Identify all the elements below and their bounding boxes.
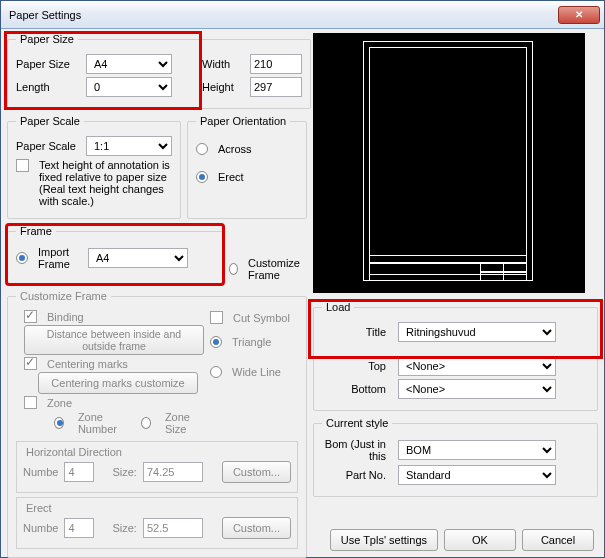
zone-checkbox[interactable]: [24, 396, 37, 409]
load-bottom-label: Bottom: [322, 383, 392, 395]
height-input[interactable]: [250, 77, 302, 97]
across-radio[interactable]: [196, 143, 208, 155]
window-title: Paper Settings: [9, 9, 81, 21]
centering-checkbox[interactable]: [24, 357, 37, 370]
ok-button[interactable]: OK: [444, 529, 516, 551]
paper-size-group: Paper Size Paper Size A4 Width Length 0 …: [7, 33, 311, 109]
cancel-button[interactable]: Cancel: [522, 529, 594, 551]
bom-select[interactable]: BOM: [398, 440, 556, 460]
edir-legend: Erect: [23, 502, 55, 514]
height-label: Height: [202, 81, 244, 93]
titlebar[interactable]: Paper Settings ✕: [1, 1, 604, 29]
preview-page-inner: [369, 47, 527, 275]
centering-label: Centering marks: [47, 358, 128, 370]
partno-select[interactable]: Standard: [398, 465, 556, 485]
h-size-input[interactable]: [143, 462, 203, 482]
current-style-legend: Current style: [322, 417, 392, 429]
load-top-label: Top: [322, 360, 392, 372]
orientation-group: Paper Orientation Across Erect: [187, 115, 307, 219]
zone-number-label: Zone Number: [78, 411, 131, 435]
import-frame-label: Import Frame: [38, 246, 82, 270]
h-num-label: Numbe: [23, 466, 58, 478]
paper-scale-legend: Paper Scale: [16, 115, 84, 127]
distance-button[interactable]: Distance between inside and outside fram…: [24, 325, 204, 355]
partno-label: Part No.: [322, 469, 392, 481]
close-button[interactable]: ✕: [558, 6, 600, 24]
zone-size-label: Zone Size: [165, 411, 204, 435]
width-label: Width: [202, 58, 244, 70]
wideline-radio[interactable]: [210, 366, 222, 378]
horizontal-direction-group: Horizontal Direction Numbe Size: Custom.…: [16, 441, 298, 493]
centering-customize-button[interactable]: Centering marks customize: [38, 372, 198, 394]
right-column: Load Title Ritningshuvud Top <None> Bott…: [313, 33, 598, 517]
width-input[interactable]: [250, 54, 302, 74]
triangle-radio[interactable]: [210, 336, 222, 348]
zone-label: Zone: [47, 397, 72, 409]
import-frame-radio[interactable]: [16, 252, 28, 264]
current-style-group: Current style Bom (Just in this BOM Part…: [313, 417, 598, 497]
binding-label: Binding: [47, 311, 84, 323]
zone-size-radio[interactable]: [141, 417, 151, 429]
customize-frame-legend: Customize Frame: [16, 290, 111, 302]
button-bar: Use Tpls' settings OK Cancel: [1, 529, 604, 551]
h-size-label: Size:: [112, 466, 136, 478]
bom-label: Bom (Just in this: [322, 438, 392, 462]
dialog-window: Paper Settings ✕ Paper Size Paper Size A…: [0, 0, 605, 558]
customize-frame-label: Customize Frame: [248, 257, 309, 281]
orientation-legend: Paper Orientation: [196, 115, 290, 127]
frame-group: Frame Import Frame A4: [7, 225, 223, 284]
text-height-note: Text height of annotation is fixed relat…: [39, 159, 172, 207]
load-bottom-select[interactable]: <None>: [398, 379, 556, 399]
import-frame-select[interactable]: A4: [88, 248, 188, 268]
text-height-checkbox[interactable]: [16, 159, 29, 172]
erect-label: Erect: [218, 171, 244, 183]
customize-frame-radio[interactable]: [229, 263, 238, 275]
zone-number-radio[interactable]: [54, 417, 64, 429]
cut-symbol-label: Cut Symbol: [233, 312, 290, 324]
paper-scale-label: Paper Scale: [16, 140, 80, 152]
left-column: Paper Size Paper Size A4 Width Length 0 …: [7, 33, 307, 517]
preview-area: [313, 33, 585, 293]
dialog-body: Paper Size Paper Size A4 Width Length 0 …: [1, 29, 604, 557]
paper-scale-group: Paper Scale Paper Scale 1:1 Text height …: [7, 115, 181, 219]
load-top-select[interactable]: <None>: [398, 356, 556, 376]
highlight-load: [310, 301, 601, 357]
cut-symbol-checkbox[interactable]: [210, 311, 223, 324]
use-tpls-button[interactable]: Use Tpls' settings: [330, 529, 438, 551]
triangle-label: Triangle: [232, 336, 271, 348]
paper-scale-select[interactable]: 1:1: [86, 136, 172, 156]
frame-legend: Frame: [16, 225, 56, 237]
load-group: Load Title Ritningshuvud Top <None> Bott…: [313, 301, 598, 411]
erect-radio[interactable]: [196, 171, 208, 183]
hdir-legend: Horizontal Direction: [23, 446, 125, 458]
h-num-input[interactable]: [64, 462, 94, 482]
wideline-label: Wide Line: [232, 366, 281, 378]
customize-frame-group: Customize Frame Binding Distance between…: [7, 290, 307, 558]
binding-checkbox[interactable]: [24, 310, 37, 323]
highlight-paper-size: [6, 33, 200, 108]
preview-titleblock: [369, 255, 527, 281]
h-custom-button[interactable]: Custom...: [222, 461, 291, 483]
across-label: Across: [218, 143, 252, 155]
